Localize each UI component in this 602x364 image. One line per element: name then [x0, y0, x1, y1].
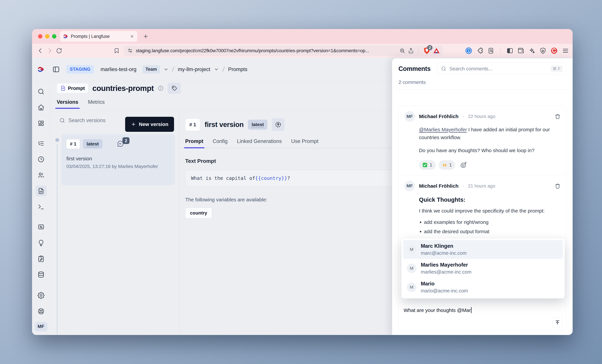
user-avatar[interactable]: MF [35, 322, 47, 331]
extensions-puzzle-icon[interactable] [476, 47, 483, 54]
maximize-window-button[interactable] [52, 34, 56, 39]
mention-link[interactable]: @Marlies Mayerhofer [419, 127, 467, 132]
browser-tab[interactable]: Prompts | Langfuse [60, 31, 137, 42]
submit-comment-button[interactable] [552, 317, 563, 328]
leo-ai-sparkles-icon[interactable] [529, 47, 535, 54]
org-role-badge[interactable]: Team [142, 65, 160, 73]
sidebar-item-search[interactable] [35, 86, 47, 97]
tab-config[interactable]: Config [213, 138, 228, 148]
comment-bullet: add examples for right/wrong [424, 219, 560, 225]
brave-shields-icon[interactable]: 2 [423, 47, 430, 54]
sidebar-toggle-icon[interactable] [506, 47, 513, 54]
sidebar-item-settings[interactable] [35, 290, 47, 301]
delete-comment-icon[interactable] [555, 183, 560, 189]
breadcrumb: STAGING marlies-test-org Team / my-llm-p… [66, 65, 247, 74]
chevron-down-icon[interactable] [214, 67, 219, 72]
panel-toggle-icon[interactable] [52, 66, 60, 73]
forward-icon[interactable] [47, 48, 53, 54]
avatar: M [407, 245, 417, 254]
sidebar-app-icon[interactable] [551, 47, 558, 54]
divider [396, 89, 570, 90]
chevron-down-icon[interactable] [163, 67, 169, 72]
avatar: M [407, 264, 417, 273]
avatar: MF [404, 181, 415, 191]
tab-metrics[interactable]: Metrics [88, 99, 105, 109]
sidebar-item-scores[interactable] [35, 237, 47, 248]
tab-use-prompt[interactable]: Use Prompt [291, 138, 319, 148]
sidebar-item-support[interactable] [35, 306, 47, 317]
add-reaction-icon[interactable] [460, 161, 467, 169]
page-title: countries-prompt [92, 84, 154, 93]
address-bar[interactable]: staging.langfuse.com/project/cm22fk0w700… [124, 46, 443, 56]
reload-icon[interactable] [56, 48, 62, 54]
tab-prompt[interactable]: Prompt [185, 138, 203, 148]
text-caret [471, 307, 472, 313]
minimize-window-button[interactable] [45, 34, 49, 39]
avatar: MF [404, 111, 415, 122]
comment-bubble-icon[interactable]: 2 [117, 140, 124, 148]
back-icon[interactable] [37, 48, 43, 54]
bookmark-icon[interactable] [114, 48, 119, 54]
browser-window: Prompts | Langfuse staging.langfuse.com/… [32, 29, 573, 335]
new-version-button[interactable]: New version [125, 117, 174, 132]
password-manager-icon[interactable] [465, 47, 472, 54]
toolbar-divider [500, 47, 501, 54]
mention-dropdown: M Marc Klingen marc@acme-inc.com M Marli… [401, 238, 565, 299]
tab-linked-generations[interactable]: Linked Generations [237, 138, 282, 148]
close-window-button[interactable] [38, 34, 42, 39]
info-icon[interactable] [158, 85, 164, 91]
breadcrumb-org[interactable]: marlies-test-org [101, 66, 137, 72]
wallet-icon[interactable] [517, 47, 524, 54]
tab-versions[interactable]: Versions [57, 99, 78, 109]
sidebar-item-dashboards[interactable] [35, 118, 47, 128]
reaction-hands-pill[interactable]: 1 [439, 160, 455, 170]
comments-count: 2 comments [398, 79, 566, 85]
new-tab-button[interactable] [143, 33, 149, 39]
comments-search-input[interactable]: Search comments... ⌘ F [437, 63, 566, 75]
browser-toolbar: staging.langfuse.com/project/cm22fk0w700… [32, 44, 573, 58]
variable-badge: country [185, 207, 212, 219]
comment-input[interactable]: What are your thoughts @Mar [398, 302, 566, 331]
reader-search-icon[interactable] [488, 47, 494, 54]
brave-rewards-icon[interactable] [433, 47, 440, 54]
raised-hands-emoji [442, 162, 447, 168]
delete-comment-icon[interactable] [555, 114, 560, 119]
version-timeline-line [57, 144, 57, 335]
breadcrumb-project[interactable]: my-llm-project [178, 66, 210, 72]
mention-option[interactable]: M Mario mario@acme-inc.com [403, 278, 563, 297]
environment-badge: STAGING [66, 65, 94, 74]
version-number-badge: # 1 [66, 139, 80, 149]
comment-heading: Quick Thoughts: [419, 196, 560, 203]
comments-search-placeholder: Search comments... [449, 66, 548, 72]
sidebar-item-datasets[interactable] [35, 269, 47, 280]
tag-button[interactable] [168, 83, 181, 94]
mention-option[interactable]: M Marlies Mayerhofer marlies@acme-inc.co… [403, 259, 563, 278]
zoom-in-icon[interactable] [399, 48, 405, 54]
sidebar-item-prompts[interactable] [35, 185, 47, 196]
langfuse-app: STAGING marlies-test-org Team / my-llm-p… [32, 58, 573, 335]
window-controls [38, 34, 56, 39]
comment-author: Michael Fröhlich [419, 183, 459, 189]
close-tab-icon[interactable] [130, 34, 134, 39]
sidebar-item-annotation[interactable] [35, 253, 47, 264]
comment-count-badge: 2 [122, 137, 129, 144]
sidebar-item-playground[interactable] [35, 201, 47, 212]
reaction-check-pill[interactable]: 1 [419, 160, 436, 170]
site-settings-icon[interactable] [128, 48, 133, 54]
sidebar-item-evaluation[interactable] [35, 222, 47, 233]
vpn-shield-icon[interactable] [540, 47, 546, 54]
share-icon[interactable] [408, 48, 414, 54]
prompt-variable-token: {{country}} [255, 175, 287, 181]
version-list-item[interactable]: # 1 latest 2 first version 03/04/2025, 1… [61, 134, 175, 185]
sidebar-item-users[interactable] [35, 170, 47, 181]
comment-timestamp: 21 hours ago [468, 183, 495, 189]
menu-hamburger-icon[interactable] [562, 47, 569, 54]
sidebar-item-home[interactable] [35, 102, 47, 113]
mention-option[interactable]: M Marc Klingen marc@acme-inc.com [403, 240, 563, 259]
sidebar-item-sessions[interactable] [35, 154, 47, 165]
comment-author: Michael Fröhlich [419, 114, 459, 119]
sidebar-item-tracing[interactable] [35, 138, 47, 149]
browser-tab-bar: Prompts | Langfuse [32, 29, 573, 44]
promote-version-button[interactable] [272, 118, 284, 131]
comment-separator: · [462, 114, 464, 119]
